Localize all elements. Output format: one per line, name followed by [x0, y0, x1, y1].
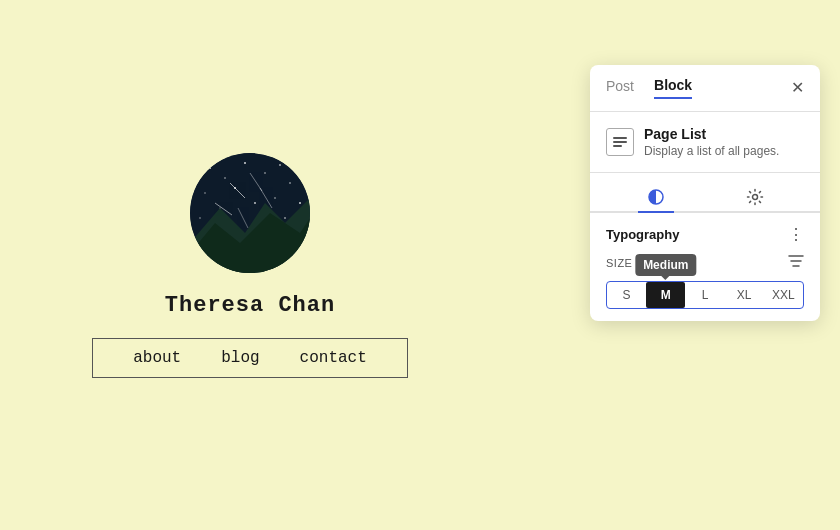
icon-line-2 — [613, 141, 627, 143]
block-title-group: Page List Display a list of all pages. — [644, 126, 779, 158]
site-title: Theresa Chan — [165, 293, 335, 318]
block-icon — [606, 128, 634, 156]
icon-line-3 — [613, 145, 622, 147]
svg-point-24 — [752, 195, 757, 200]
size-btn-m-label: M — [661, 288, 671, 302]
svg-point-15 — [284, 217, 286, 219]
nav-link-blog[interactable]: blog — [201, 349, 279, 367]
svg-point-13 — [254, 202, 256, 204]
size-btn-xxl[interactable]: XXL — [764, 282, 803, 308]
svg-point-11 — [299, 202, 301, 204]
nav-bar: about blog contact — [92, 338, 408, 378]
svg-point-6 — [279, 164, 281, 166]
side-panel: Post Block ✕ Page List Display a list of… — [590, 65, 820, 321]
svg-point-5 — [264, 172, 265, 173]
block-name: Page List — [644, 126, 779, 142]
svg-point-14 — [199, 217, 200, 218]
svg-point-10 — [274, 197, 276, 199]
size-btn-m[interactable]: M Medium — [646, 282, 685, 308]
block-description: Display a list of all pages. — [644, 144, 779, 158]
section-header: Typography ⋮ — [606, 225, 804, 244]
panel-header: Post Block ✕ — [590, 65, 820, 112]
nav-link-about[interactable]: about — [113, 349, 201, 367]
tab-style-icon[interactable] — [638, 183, 674, 213]
size-row: SIZE ME — [606, 254, 804, 271]
size-btn-l[interactable]: L — [685, 282, 724, 308]
section-menu-button[interactable]: ⋮ — [788, 225, 804, 244]
svg-point-2 — [209, 167, 211, 169]
svg-point-4 — [244, 162, 246, 164]
avatar — [190, 153, 310, 273]
size-label: SIZE ME — [606, 257, 654, 269]
typography-label: Typography — [606, 227, 679, 242]
tab-block[interactable]: Block — [654, 77, 692, 99]
tab-settings-icon[interactable] — [737, 183, 773, 213]
size-btn-xl[interactable]: XL — [725, 282, 764, 308]
size-btn-s[interactable]: S — [607, 282, 646, 308]
svg-point-7 — [289, 182, 291, 184]
panel-icon-tabs — [590, 173, 820, 213]
block-info: Page List Display a list of all pages. — [590, 112, 820, 173]
filter-icon[interactable] — [788, 254, 804, 271]
nav-link-contact[interactable]: contact — [280, 349, 387, 367]
typography-section: Typography ⋮ SIZE ME S M Medium L XL — [590, 213, 820, 321]
page-list-icon — [613, 137, 627, 147]
svg-point-3 — [224, 177, 226, 179]
tab-post[interactable]: Post — [606, 78, 634, 98]
svg-point-8 — [204, 192, 205, 193]
main-content: Theresa Chan about blog contact — [0, 0, 500, 530]
icon-line-1 — [613, 137, 627, 139]
size-buttons: S M Medium L XL XXL — [606, 281, 804, 309]
close-button[interactable]: ✕ — [791, 80, 804, 96]
